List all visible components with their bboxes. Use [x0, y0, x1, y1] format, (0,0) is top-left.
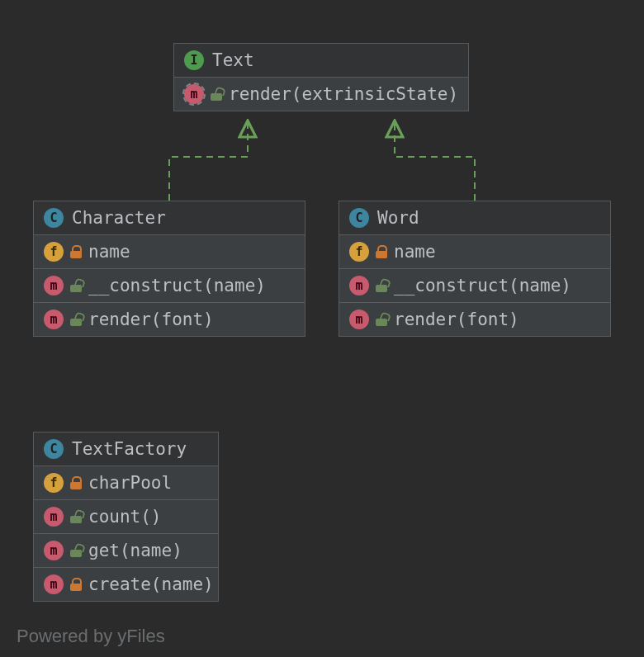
- visibility-private-icon: [70, 245, 82, 258]
- member-signature: __construct(name): [88, 276, 266, 295]
- realization-word-to-text: [395, 122, 475, 201]
- class-textfactory[interactable]: C TextFactory f charPool m count() m get…: [33, 432, 219, 602]
- class-text-name: Text: [212, 50, 254, 70]
- visibility-public-icon: [70, 544, 82, 557]
- class-text[interactable]: I Text m render(extrinsicState): [173, 43, 469, 111]
- visibility-public-icon: [211, 87, 222, 101]
- member-row[interactable]: m count(): [34, 500, 218, 534]
- realization-character-to-text: [169, 122, 248, 201]
- member-row[interactable]: m render(font): [34, 303, 305, 336]
- interface-icon: I: [184, 50, 204, 70]
- method-icon: m: [184, 84, 204, 104]
- class-character-name: Character: [72, 208, 166, 228]
- class-icon: C: [349, 208, 369, 228]
- field-icon: f: [44, 473, 64, 493]
- member-row[interactable]: f name: [34, 235, 305, 269]
- method-icon: m: [349, 310, 369, 329]
- member-signature: create(name): [88, 574, 214, 594]
- method-icon: m: [44, 541, 64, 560]
- visibility-private-icon: [70, 476, 82, 489]
- member-row[interactable]: f charPool: [34, 466, 218, 500]
- class-text-title: I Text: [174, 44, 468, 78]
- member-signature: name: [88, 242, 130, 262]
- member-row[interactable]: m __construct(name): [339, 269, 610, 303]
- visibility-private-icon: [70, 578, 82, 591]
- member-row[interactable]: m create(name): [34, 568, 218, 601]
- visibility-public-icon: [70, 510, 82, 523]
- member-row[interactable]: f name: [339, 235, 610, 269]
- method-icon: m: [44, 310, 64, 329]
- member-signature: render(font): [88, 310, 214, 329]
- class-word-name: Word: [377, 208, 419, 228]
- member-row[interactable]: m render(extrinsicState): [174, 78, 468, 111]
- class-textfactory-title: C TextFactory: [34, 432, 218, 466]
- visibility-public-icon: [376, 279, 387, 292]
- class-word-title: C Word: [339, 201, 610, 235]
- class-textfactory-name: TextFactory: [72, 439, 187, 459]
- class-icon: C: [44, 208, 64, 228]
- method-icon: m: [44, 574, 64, 594]
- class-character[interactable]: C Character f name m __construct(name) m…: [33, 201, 305, 337]
- visibility-public-icon: [376, 313, 387, 326]
- visibility-public-icon: [70, 279, 82, 292]
- method-icon: m: [44, 276, 64, 295]
- member-row[interactable]: m __construct(name): [34, 269, 305, 303]
- member-signature: render(font): [394, 310, 519, 329]
- member-signature: render(extrinsicState): [229, 84, 458, 104]
- method-icon: m: [349, 276, 369, 295]
- member-signature: charPool: [88, 473, 172, 493]
- visibility-private-icon: [376, 245, 387, 258]
- class-character-title: C Character: [34, 201, 305, 235]
- class-icon: C: [44, 439, 64, 459]
- member-signature: name: [394, 242, 436, 262]
- member-row[interactable]: m get(name): [34, 534, 218, 568]
- member-signature: count(): [88, 507, 162, 527]
- visibility-public-icon: [70, 313, 82, 326]
- method-icon: m: [44, 507, 64, 527]
- member-row[interactable]: m render(font): [339, 303, 610, 336]
- class-word[interactable]: C Word f name m __construct(name) m rend…: [339, 201, 611, 337]
- uml-canvas: I Text m render(extrinsicState) C Charac…: [0, 0, 644, 657]
- watermark: Powered by yFiles: [17, 626, 165, 647]
- field-icon: f: [349, 242, 369, 262]
- member-signature: get(name): [88, 541, 182, 560]
- field-icon: f: [44, 242, 64, 262]
- member-signature: __construct(name): [394, 276, 571, 295]
